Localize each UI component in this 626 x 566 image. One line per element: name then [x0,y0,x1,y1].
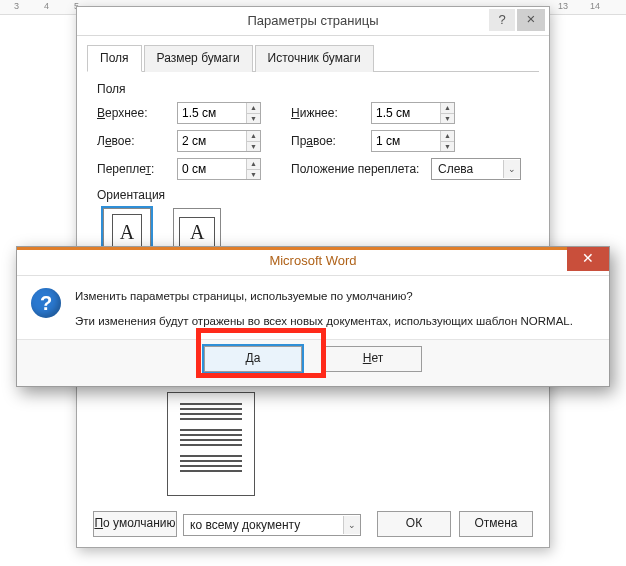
margin-top-label: Верхнее: [97,106,177,120]
gutter-position-label: Положение переплета: [291,162,431,176]
ok-button[interactable]: ОК [377,511,451,537]
margin-left-input[interactable]: ▲▼ [177,130,261,152]
confirm-title: Microsoft Word [269,253,356,268]
margin-top-input[interactable]: ▲▼ [177,102,261,124]
gutter-position-select[interactable]: Слева ⌄ [431,158,521,180]
yes-button[interactable]: Да [204,346,302,372]
tab-paper-source[interactable]: Источник бумаги [255,45,374,72]
tab-fields[interactable]: Поля [87,45,142,72]
margin-gutter-label: Переплет: [97,162,177,176]
cancel-button[interactable]: Отмена [459,511,533,537]
margin-right-label: Правое: [291,134,371,148]
tab-strip: Поля Размер бумаги Источник бумаги [87,44,539,72]
spin-up-icon[interactable]: ▲ [247,103,260,114]
page-preview [167,392,255,496]
margin-right-input[interactable]: ▲▼ [371,130,455,152]
landscape-icon: A [179,217,215,247]
confirm-text: Изменить параметры страницы, используемы… [75,288,595,329]
group-margins-label: Поля [97,82,529,96]
confirm-dialog: Microsoft Word ✕ ? Изменить параметры ст… [16,246,610,387]
close-button[interactable]: × [517,9,545,31]
portrait-icon: A [112,214,142,250]
spin-down-icon[interactable]: ▼ [247,114,260,124]
confirm-titlebar: Microsoft Word ✕ [17,247,609,276]
dialog-titlebar: Параметры страницы ? × [77,7,549,36]
help-button[interactable]: ? [489,9,515,31]
margin-bottom-input[interactable]: ▲▼ [371,102,455,124]
no-button[interactable]: Нет [324,346,422,372]
margin-left-label: Левое: [97,134,177,148]
margin-bottom-label: Нижнее: [291,106,371,120]
tab-paper-size[interactable]: Размер бумаги [144,45,253,72]
set-default-button[interactable]: По умолчанию [93,511,177,537]
confirm-close-button[interactable]: ✕ [567,247,609,271]
group-orientation-label: Ориентация [97,188,529,202]
dialog-title: Параметры страницы [247,13,378,28]
chevron-down-icon: ⌄ [503,160,520,178]
question-icon: ? [31,288,61,318]
margin-gutter-input[interactable]: ▲▼ [177,158,261,180]
